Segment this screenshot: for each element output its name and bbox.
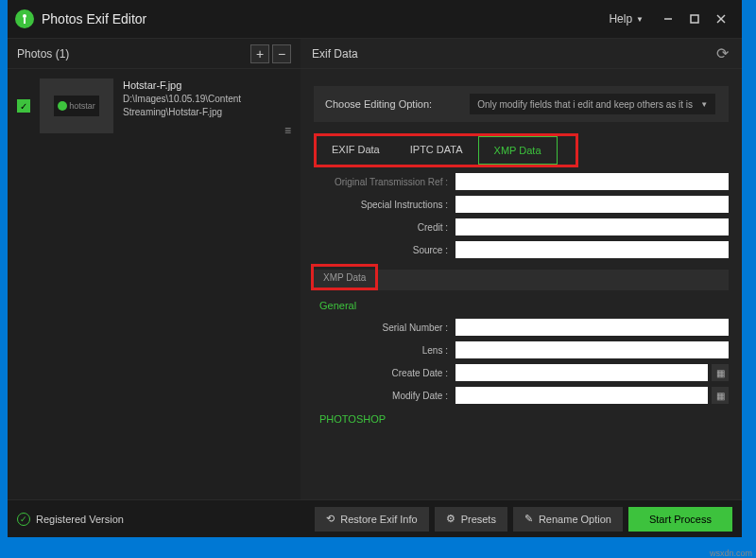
- help-menu[interactable]: Help▼: [609, 12, 644, 26]
- section-xmp-data: XMP Data: [314, 270, 729, 290]
- rename-option-button[interactable]: ✎Rename Option: [513, 507, 623, 532]
- fields-scroll[interactable]: Original Transmission Ref : Special Inst…: [301, 167, 742, 499]
- presets-icon: ⚙: [446, 513, 455, 525]
- app-logo-icon: [15, 9, 34, 28]
- photo-path-1: D:\Images\10.05.19\Content: [123, 93, 291, 106]
- main-area: Photos (1) + − ✓ hotstar Hotstar-F.jpg D…: [8, 38, 742, 499]
- close-button[interactable]: [708, 6, 734, 32]
- create-date-label: Create Date :: [314, 368, 455, 378]
- app-window: Photos Exif Editor Help▼ Photos (1) + − …: [8, 0, 742, 537]
- modify-date-label: Modify Date :: [314, 391, 455, 401]
- tab-exif-data[interactable]: EXIF Data: [317, 136, 395, 165]
- photos-panel: Photos (1) + − ✓ hotstar Hotstar-F.jpg D…: [8, 39, 301, 499]
- minimize-button[interactable]: [655, 6, 681, 32]
- special-input[interactable]: [455, 196, 729, 213]
- tab-xmp-data[interactable]: XMP Data: [478, 136, 558, 165]
- orig-trans-label: Original Transmission Ref :: [314, 177, 455, 187]
- watermark: wsxdn.com: [710, 549, 752, 558]
- orig-trans-input[interactable]: [455, 173, 729, 190]
- credit-label: Credit :: [314, 222, 455, 233]
- source-label: Source :: [314, 245, 455, 255]
- start-process-button[interactable]: Start Process: [628, 507, 732, 532]
- field-row: Credit :: [314, 218, 729, 235]
- refresh-icon[interactable]: ⟳: [713, 45, 730, 62]
- data-tabs: EXIF Data IPTC DATA XMP Data: [314, 133, 578, 167]
- lens-label: Lens :: [314, 345, 455, 356]
- footer: ✓ Registered Version ⟲Restore Exif Info …: [8, 499, 742, 537]
- exif-header: Exif Data ⟳: [301, 39, 742, 69]
- exif-panel: Exif Data ⟳ Choose Editing Option: Only …: [301, 39, 742, 499]
- photo-thumbnail: hotstar: [40, 78, 113, 133]
- field-row: Original Transmission Ref :: [314, 173, 729, 190]
- modify-date-input[interactable]: [455, 387, 708, 404]
- field-row: Source :: [314, 241, 729, 258]
- item-menu-icon[interactable]: ≡: [284, 124, 291, 137]
- restore-exif-button[interactable]: ⟲Restore Exif Info: [315, 507, 428, 532]
- field-row: Modify Date : ▦: [314, 387, 729, 404]
- checkbox-icon[interactable]: ✓: [17, 99, 30, 113]
- xmp-data-highlight: XMP Data: [311, 264, 378, 290]
- photo-meta: Hotstar-F.jpg D:\Images\10.05.19\Content…: [123, 78, 291, 133]
- editing-option-label: Choose Editing Option:: [325, 98, 432, 110]
- restore-icon: ⟲: [326, 513, 335, 525]
- serial-label: Serial Number :: [314, 323, 455, 333]
- svg-rect-2: [691, 15, 698, 23]
- photos-header: Photos (1) + −: [8, 39, 301, 69]
- titlebar: Photos Exif Editor Help▼: [8, 0, 742, 38]
- field-row: Create Date : ▦: [314, 364, 729, 381]
- photo-path-2: Streaming\Hotstar-F.jpg: [123, 106, 291, 119]
- field-row: Serial Number :: [314, 319, 729, 336]
- registered-status: ✓ Registered Version: [17, 513, 309, 526]
- lens-input[interactable]: [455, 341, 729, 358]
- maximize-button[interactable]: [681, 6, 708, 32]
- field-row: Lens :: [314, 341, 729, 358]
- photo-list-item[interactable]: ✓ hotstar Hotstar-F.jpg D:\Images\10.05.…: [8, 69, 301, 143]
- remove-photo-button[interactable]: −: [272, 44, 291, 63]
- editing-option-dropdown[interactable]: Only modify fields that i edit and keep …: [470, 94, 715, 114]
- photo-filename: Hotstar-F.jpg: [123, 78, 291, 93]
- source-input[interactable]: [455, 241, 729, 258]
- credit-input[interactable]: [455, 218, 729, 235]
- pencil-icon: ✎: [524, 513, 533, 525]
- create-date-input[interactable]: [455, 364, 708, 381]
- section-general: General: [319, 300, 729, 311]
- exif-title: Exif Data: [312, 47, 713, 61]
- special-label: Special Instructions :: [314, 200, 455, 210]
- calendar-icon[interactable]: ▦: [712, 364, 729, 381]
- editing-option-bar: Choose Editing Option: Only modify field…: [314, 86, 729, 122]
- add-photo-button[interactable]: +: [250, 44, 269, 63]
- serial-input[interactable]: [455, 319, 729, 336]
- calendar-icon[interactable]: ▦: [712, 387, 729, 404]
- section-photoshop: PHOTOSHOP: [319, 413, 729, 425]
- photos-title: Photos (1): [17, 47, 248, 61]
- svg-point-0: [23, 14, 26, 18]
- app-title: Photos Exif Editor: [42, 11, 609, 26]
- presets-button[interactable]: ⚙Presets: [435, 507, 507, 532]
- field-row: Special Instructions :: [314, 196, 729, 213]
- tab-iptc-data[interactable]: IPTC DATA: [395, 136, 478, 165]
- check-circle-icon: ✓: [17, 513, 30, 526]
